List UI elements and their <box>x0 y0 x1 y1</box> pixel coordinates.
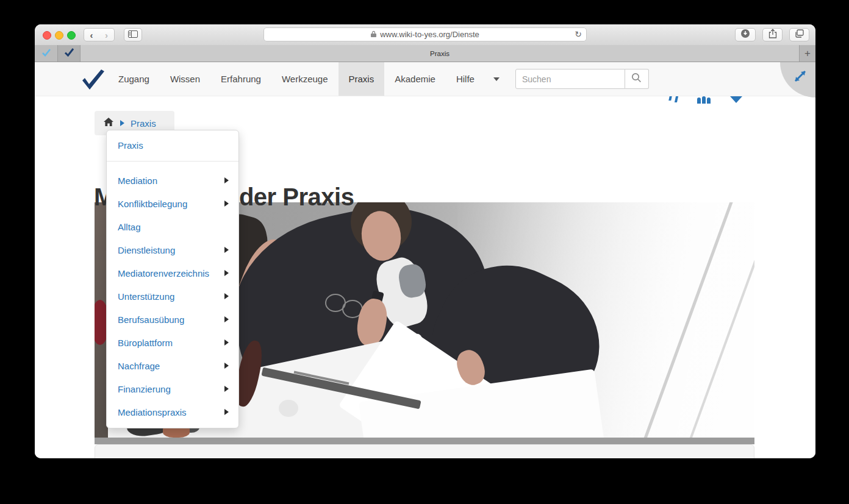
share-icon <box>768 29 777 41</box>
search-input[interactable] <box>515 69 625 89</box>
praxis-dropdown-menu: Praxis Mediation Konfliktbeilegung Allta… <box>106 130 239 428</box>
menu-item-nachfrage[interactable]: Nachfrage <box>107 354 238 377</box>
menu-header-praxis[interactable]: Praxis <box>107 130 238 151</box>
image-bottom-bar <box>95 438 754 444</box>
minimize-window-button[interactable] <box>55 31 63 40</box>
menu-item-mediatorenverzeichnis[interactable]: Mediatorenverzeichnis <box>107 261 238 285</box>
chevron-down-icon <box>493 77 500 81</box>
downloads-button[interactable] <box>735 28 756 41</box>
nav-item-hilfe[interactable]: Hilfe <box>446 62 485 96</box>
submenu-arrow-icon <box>224 363 229 369</box>
reload-icon[interactable]: ↻ <box>575 29 582 39</box>
pinned-tab-1[interactable] <box>35 45 58 62</box>
nav-item-erfahrung[interactable]: Erfahrung <box>210 62 271 96</box>
breadcrumb-current[interactable]: Praxis <box>131 118 156 129</box>
home-icon[interactable] <box>103 117 114 129</box>
share-button[interactable] <box>762 28 783 41</box>
menu-item-mediation[interactable]: Mediation <box>107 169 238 192</box>
title-bar: ‹ › www.wiki-to-yes.org/Dienste ↻ <box>35 24 815 46</box>
lock-icon <box>371 29 377 40</box>
expand-icon <box>791 67 809 85</box>
site-nav: Zugang Wissen Erfahrung Werkzeuge Praxis… <box>35 62 815 96</box>
active-tab[interactable]: Praxis <box>81 45 799 62</box>
submenu-arrow-icon <box>224 339 229 346</box>
submenu-arrow-icon <box>224 247 229 253</box>
submenu-arrow-icon <box>224 177 229 183</box>
menu-item-alltag[interactable]: Alltag <box>107 215 238 238</box>
nav-more-toggle[interactable] <box>485 62 508 96</box>
menu-item-berufsausuebung[interactable]: Berufsausübung <box>107 308 238 331</box>
sidebar-icon <box>128 29 138 40</box>
checkmark-lightblue-icon <box>41 48 51 59</box>
forward-button[interactable]: › <box>99 28 115 41</box>
tabs-icon <box>795 29 804 40</box>
logo-checkmark-icon <box>80 68 106 91</box>
menu-items: Mediation Konfliktbeilegung Alltag Diens… <box>107 161 238 424</box>
nav-item-zugang[interactable]: Zugang <box>108 62 160 96</box>
menu-item-unterstuetzung[interactable]: Unterstützung <box>107 285 238 308</box>
close-window-button[interactable] <box>43 31 51 40</box>
submenu-arrow-icon <box>224 293 229 299</box>
site-logo[interactable] <box>35 62 108 96</box>
search-button[interactable] <box>625 69 649 89</box>
breadcrumb-separator-icon <box>120 120 124 126</box>
menu-item-konfliktbeilegung[interactable]: Konfliktbeilegung <box>107 192 238 215</box>
nav-item-werkzeuge[interactable]: Werkzeuge <box>271 62 339 96</box>
next-section-panel <box>95 444 754 458</box>
page-content: Zugang Wissen Erfahrung Werkzeuge Praxis… <box>35 62 815 458</box>
checkmark-navy-icon <box>64 48 74 59</box>
submenu-arrow-icon <box>224 270 229 276</box>
back-button[interactable]: ‹ <box>84 28 99 41</box>
chevron-left-icon: ‹ <box>90 30 93 40</box>
chevron-right-icon: › <box>105 30 108 40</box>
submenu-arrow-icon <box>224 386 229 392</box>
tab-bar: Praxis + <box>35 45 815 62</box>
browser-window: ‹ › www.wiki-to-yes.org/Dienste ↻ <box>35 24 815 458</box>
menu-item-finanzierung[interactable]: Finanzierung <box>107 377 238 400</box>
menu-item-dienstleistung[interactable]: Dienstleistung <box>107 238 238 261</box>
chevron-icon[interactable] <box>730 96 742 103</box>
submenu-arrow-icon <box>224 316 229 322</box>
url-text: www.wiki-to-yes.org/Dienste <box>380 30 479 39</box>
menu-item-bueroplattform[interactable]: Büroplattform <box>107 331 238 354</box>
zoom-window-button[interactable] <box>67 31 76 40</box>
submenu-arrow-icon <box>224 409 229 415</box>
nav-item-wissen[interactable]: Wissen <box>160 62 210 96</box>
quotes-icon[interactable] <box>668 96 680 104</box>
people-icon[interactable] <box>697 96 713 104</box>
search-icon <box>631 73 642 85</box>
address-bar[interactable]: www.wiki-to-yes.org/Dienste ↻ <box>263 27 587 41</box>
submenu-arrow-icon <box>224 201 229 207</box>
download-icon <box>740 29 750 41</box>
active-tab-title: Praxis <box>430 50 450 57</box>
menu-item-mediationspraxis[interactable]: Mediationspraxis <box>107 400 238 424</box>
hero-paper-ball <box>279 400 298 417</box>
tab-overview-button[interactable] <box>789 28 809 41</box>
search-area <box>515 62 649 96</box>
nav-item-praxis[interactable]: Praxis <box>339 62 385 96</box>
new-tab-button[interactable]: + <box>799 45 815 62</box>
nav-item-akademie[interactable]: Akademie <box>384 62 446 96</box>
sidebar-toggle-button[interactable] <box>124 28 142 41</box>
pinned-tab-2[interactable] <box>58 45 81 62</box>
